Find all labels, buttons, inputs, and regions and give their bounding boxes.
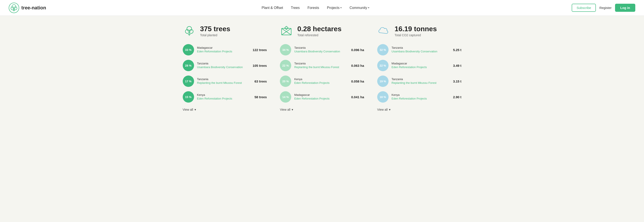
percentage-badge: 15 % xyxy=(183,91,194,102)
hectares-subtitle: Total reforested xyxy=(297,33,342,37)
row-project-link[interactable]: Usambara Biodiversity Conservation xyxy=(197,65,243,69)
row-project-link[interactable]: Eden Reforestation Projects xyxy=(392,65,427,69)
row-project-link[interactable]: Replanting the burnt Mkussu Forest xyxy=(294,65,339,69)
row-value: 122 trees xyxy=(253,48,267,52)
nav-projects[interactable]: Projects ▾ xyxy=(327,6,342,10)
row-project-link[interactable]: Eden Reforestation Projects xyxy=(392,97,427,100)
trees-rows: 33 % Madagascar Eden Reforestation Proje… xyxy=(183,44,267,102)
stat-row: 19 % Tanzania Replanting the burnt Mkuss… xyxy=(377,75,462,87)
row-info: Tanzania Replanting the burnt Mkussu For… xyxy=(197,77,252,85)
row-country: Tanzania xyxy=(197,77,252,81)
percentage-badge: 19 % xyxy=(377,75,388,87)
stat-row: 17 % Tanzania Replanting the burnt Mkuss… xyxy=(183,75,267,87)
row-info: Madagascar Eden Reforestation Projects xyxy=(294,93,348,101)
row-info: Kenya Eden Reforestation Projects xyxy=(392,93,450,101)
row-value: 0.063 ha xyxy=(351,64,364,67)
row-info: Kenya Eden Reforestation Projects xyxy=(197,93,252,101)
row-info: Tanzania Replanting the burnt Mkussu For… xyxy=(294,62,348,69)
percentage-badge: 14 % xyxy=(280,91,291,102)
register-button[interactable]: Register xyxy=(599,6,612,10)
row-value: 0.096 ha xyxy=(351,48,364,52)
co2-stat-icon xyxy=(377,25,390,38)
hectares-stat-icon xyxy=(280,25,293,38)
logo-icon xyxy=(9,3,19,13)
main-content: 375 trees Total planted 33 % Madagascar … xyxy=(170,16,474,125)
hectares-section: 0.28 hectares Total reforested 34 % Tanz… xyxy=(280,25,364,111)
subscribe-button[interactable]: Subscribe xyxy=(572,4,596,12)
nav-community[interactable]: Community ▾ xyxy=(350,6,369,10)
row-value: 3.49 t xyxy=(453,64,461,67)
percentage-badge: 32 % xyxy=(377,44,388,55)
row-value: 3.15 t xyxy=(453,79,461,83)
row-project-link[interactable]: Eden Reforestation Projects xyxy=(294,97,330,100)
nav-plant-offset[interactable]: Plant & Offset xyxy=(262,6,283,10)
percentage-badge: 22 % xyxy=(280,60,291,71)
hectares-view-all-chevron-icon: ▾ xyxy=(292,108,293,111)
percentage-badge: 20 % xyxy=(280,75,291,87)
co2-rows: 32 % Tanzania Usambara Biodiversity Cons… xyxy=(377,44,462,102)
co2-title-group: 16.19 tonnes Total CO2 captured xyxy=(395,25,437,37)
row-value: 5.25 t xyxy=(453,48,461,52)
row-project-link[interactable]: Usambara Biodiversity Conservation xyxy=(294,50,340,53)
stat-row: 22 % Madagascar Eden Reforestation Proje… xyxy=(377,60,462,71)
row-country: Madagascar xyxy=(197,46,250,49)
row-value: 58 trees xyxy=(254,95,267,99)
percentage-badge: 34 % xyxy=(280,44,291,55)
nav-links: Plant & Offset Trees Forests Projects ▾ … xyxy=(59,6,572,10)
row-country: Tanzania xyxy=(392,77,450,81)
logo-text: tree-nation xyxy=(21,5,46,11)
login-button[interactable]: Log in xyxy=(615,4,635,12)
row-info: Madagascar Eden Reforestation Projects xyxy=(197,46,250,53)
row-country: Madagascar xyxy=(392,62,450,65)
percentage-badge: 17 % xyxy=(183,75,194,87)
row-country: Tanzania xyxy=(294,62,348,65)
row-project-link[interactable]: Eden Reforestation Projects xyxy=(197,97,232,100)
trees-section: 375 trees Total planted 33 % Madagascar … xyxy=(183,25,267,111)
row-info: Tanzania Usambara Biodiversity Conservat… xyxy=(197,62,250,69)
row-value: 2.90 t xyxy=(453,95,461,99)
trees-view-all-button[interactable]: View all ▾ xyxy=(183,108,196,111)
co2-view-all-chevron-icon: ▾ xyxy=(389,108,390,111)
row-value: 63 trees xyxy=(254,79,267,83)
stat-row: 20 % Kenya Eden Reforestation Projects 0… xyxy=(280,75,364,87)
trees-title-group: 375 trees Total planted xyxy=(200,25,230,37)
percentage-badge: 28 % xyxy=(183,60,194,71)
row-country: Kenya xyxy=(197,93,252,96)
row-project-link[interactable]: Replanting the burnt Mkussu Forest xyxy=(392,81,436,84)
trees-subtitle: Total planted xyxy=(200,33,230,37)
row-country: Madagascar xyxy=(294,93,348,96)
row-country: Tanzania xyxy=(197,62,250,65)
row-value: 0.041 ha xyxy=(351,95,364,99)
co2-section: 16.19 tonnes Total CO2 captured 32 % Tan… xyxy=(377,25,462,111)
tree-stat-icon xyxy=(183,25,196,38)
stats-grid: 375 trees Total planted 33 % Madagascar … xyxy=(183,25,462,111)
row-country: Kenya xyxy=(392,93,450,96)
stat-row: 18 % Kenya Eden Reforestation Projects 2… xyxy=(377,91,462,102)
projects-chevron-icon: ▾ xyxy=(340,6,342,9)
row-country: Tanzania xyxy=(294,46,348,49)
row-country: Tanzania xyxy=(392,46,450,49)
row-project-link[interactable]: Usambara Biodiversity Conservation xyxy=(392,50,437,53)
nav-trees[interactable]: Trees xyxy=(291,6,300,10)
row-project-link[interactable]: Eden Reforestation Projects xyxy=(294,81,330,84)
co2-view-all-button[interactable]: View all ▾ xyxy=(377,108,390,111)
nav-forests[interactable]: Forests xyxy=(308,6,319,10)
stat-row: 33 % Madagascar Eden Reforestation Proje… xyxy=(183,44,267,55)
community-chevron-icon: ▾ xyxy=(368,6,369,9)
co2-number: 16.19 tonnes xyxy=(395,25,437,33)
row-value: 0.058 ha xyxy=(351,79,364,83)
row-project-link[interactable]: Replanting the burnt Mkussu Forest xyxy=(197,81,242,84)
hectares-view-all-button[interactable]: View all ▾ xyxy=(280,108,293,111)
hectares-title-group: 0.28 hectares Total reforested xyxy=(297,25,342,37)
logo[interactable]: tree-nation xyxy=(9,3,46,13)
row-project-link[interactable]: Eden Reforestation Projects xyxy=(197,50,232,53)
co2-subtitle: Total CO2 captured xyxy=(395,33,437,37)
stat-row: 22 % Tanzania Replanting the burnt Mkuss… xyxy=(280,60,364,71)
row-info: Tanzania Usambara Biodiversity Conservat… xyxy=(294,46,348,53)
row-info: Madagascar Eden Reforestation Projects xyxy=(392,62,450,69)
percentage-badge: 22 % xyxy=(377,60,388,71)
trees-number: 375 trees xyxy=(200,25,230,33)
navbar: tree-nation Plant & Offset Trees Forests… xyxy=(0,0,644,16)
row-info: Tanzania Usambara Biodiversity Conservat… xyxy=(392,46,450,53)
trees-header: 375 trees Total planted xyxy=(183,25,267,38)
